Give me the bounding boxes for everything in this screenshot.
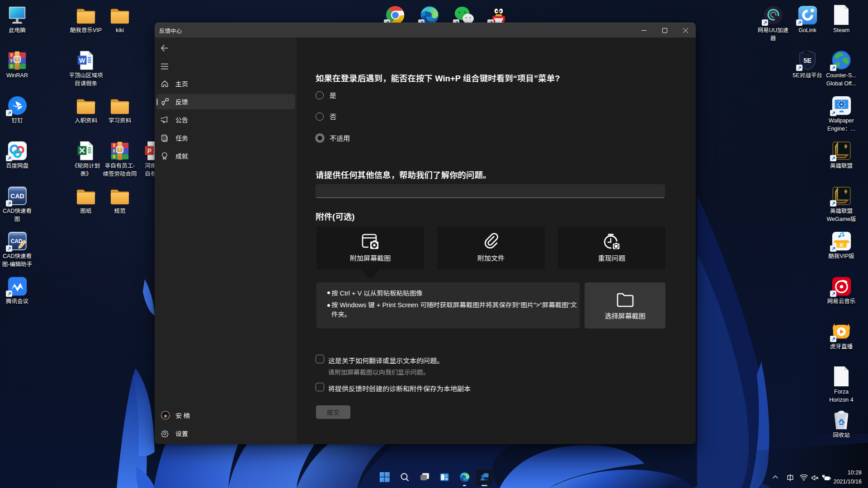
svg-text:CAD: CAD: [10, 238, 23, 244]
svg-text:K: K: [840, 242, 844, 248]
svg-text:5E: 5E: [803, 57, 811, 64]
svg-text:CAD: CAD: [10, 192, 24, 200]
svg-text:W: W: [79, 57, 85, 64]
svg-text:P: P: [147, 147, 151, 155]
